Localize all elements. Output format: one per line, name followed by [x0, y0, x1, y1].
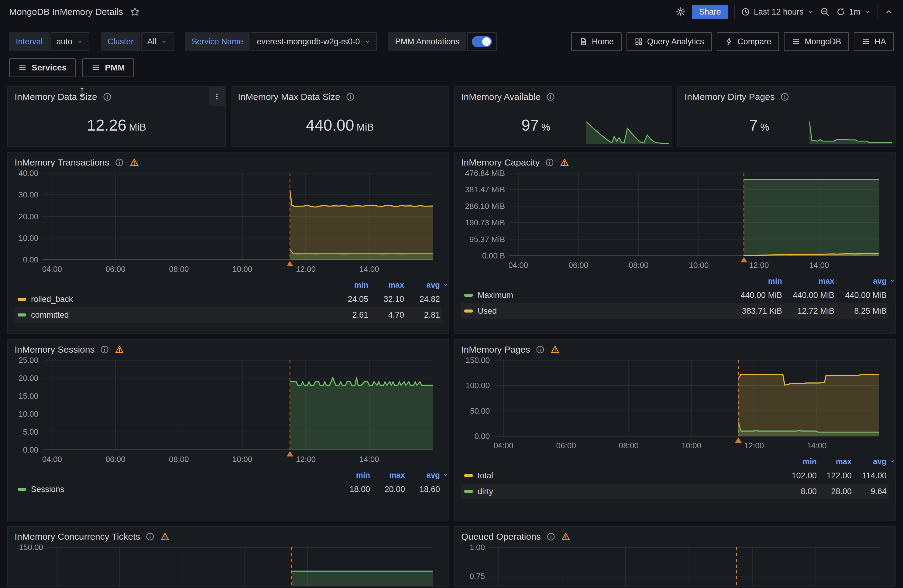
refresh-interval-label: 1m	[849, 7, 861, 17]
y-axis-tick: 20.00	[19, 374, 38, 383]
warning-icon[interactable]	[129, 158, 139, 167]
legend-sort-avg[interactable]: avg	[852, 457, 887, 466]
panel-menu-kebab[interactable]	[209, 87, 225, 106]
legend-sort-min[interactable]: min	[332, 280, 368, 290]
compare-link-button[interactable]: Compare	[717, 32, 779, 51]
series-name[interactable]: Sessions	[31, 485, 335, 494]
divider	[735, 5, 735, 19]
info-icon[interactable]	[780, 92, 789, 101]
legend-row-total[interactable]: total102.00122.00114.00	[461, 468, 889, 484]
series-name[interactable]: dirty	[478, 487, 782, 496]
interval-label: Interval	[9, 32, 50, 51]
legend-sort-max[interactable]: max	[782, 277, 834, 286]
panel-inmemory-max-data-size: InMemory Max Data Size 440.00MiB	[231, 86, 449, 147]
series-name[interactable]: rolled_back	[31, 295, 332, 304]
service-name-select[interactable]: everest-mongodb-w2g-rs0-0	[251, 32, 377, 51]
series-name[interactable]: committed	[31, 310, 332, 320]
panel-title: InMemory Sessions	[14, 344, 94, 355]
y-axis-tick: 5.00	[23, 427, 38, 437]
legend-row-Used[interactable]: Used383.71 KiB12.72 MiB8.25 MiB	[461, 303, 889, 319]
warning-icon[interactable]	[115, 345, 124, 354]
cluster-select[interactable]: All	[141, 32, 173, 51]
legend-row-Sessions[interactable]: Sessions18.0020.0018.60	[14, 481, 442, 497]
info-icon[interactable]	[546, 532, 555, 541]
warning-icon[interactable]	[160, 532, 170, 542]
legend-sort-min[interactable]: min	[730, 277, 782, 286]
legend-sort-max[interactable]: max	[817, 457, 852, 466]
legend-sort-avg[interactable]: avg	[834, 277, 887, 286]
legend-row-rolled_back[interactable]: rolled_back24.0532.1024.82	[14, 291, 442, 307]
x-axis-tick: 14:00	[359, 455, 379, 464]
menu-icon	[91, 63, 100, 72]
pmm-annotations-toggle[interactable]	[467, 32, 497, 51]
bolt-icon	[725, 37, 733, 46]
service-name-label: Service Name	[185, 32, 250, 51]
grid-icon	[634, 37, 643, 46]
text-cursor	[77, 86, 88, 98]
legend-sort-min[interactable]: min	[782, 457, 817, 466]
info-icon[interactable]	[100, 345, 109, 354]
time-range-picker[interactable]: Last 12 hours	[741, 7, 814, 17]
panel-title: InMemory Transactions	[14, 157, 109, 168]
x-axis-tick: 14:00	[359, 264, 379, 274]
star-icon[interactable]	[130, 7, 140, 17]
y-axis-tick: 476.84 MiB	[465, 168, 505, 178]
services-menu-button[interactable]: Services	[9, 58, 76, 77]
kebab-icon	[213, 93, 221, 101]
mongodb-link-button[interactable]: MongoDB	[784, 32, 849, 51]
legend-sort-min[interactable]: min	[335, 470, 370, 480]
series-color-swatch	[17, 488, 26, 491]
legend-stat: 4.70	[368, 310, 404, 320]
info-icon[interactable]	[546, 92, 555, 101]
info-icon[interactable]	[115, 158, 124, 167]
service-name-variable: Service Name everest-mongodb-w2g-rs0-0	[185, 32, 377, 51]
info-icon[interactable]	[536, 345, 545, 354]
legend-sort-avg[interactable]: avg	[404, 280, 440, 290]
time-range-label: Last 12 hours	[754, 7, 804, 17]
legend-row-Maximum[interactable]: Maximum440.00 MiB440.00 MiB440.00 MiB	[461, 287, 889, 303]
top-bar: MongoDB InMemory Details Share Last 12 h…	[0, 0, 903, 24]
panel-title: InMemory Pages	[461, 344, 530, 355]
collapse-up-icon[interactable]	[884, 7, 894, 17]
info-icon[interactable]	[346, 92, 355, 101]
legend-sort-max[interactable]: max	[368, 280, 404, 290]
zoom-out-icon[interactable]	[820, 7, 830, 17]
refresh-picker[interactable]: 1m	[836, 7, 871, 17]
menu-icon	[862, 37, 870, 46]
warning-icon[interactable]	[561, 532, 571, 542]
interval-variable: Interval auto	[9, 32, 89, 51]
info-icon[interactable]	[545, 158, 554, 167]
panel-inmemory-sessions: InMemory Sessions 25.0020.0015.0010.005.…	[7, 339, 449, 521]
x-axis-tick: 12:00	[749, 261, 769, 270]
legend-sort-max[interactable]: max	[370, 470, 405, 480]
legend-stat: 383.71 KiB	[730, 307, 782, 316]
warning-icon[interactable]	[560, 158, 569, 167]
chevron-down-icon	[442, 472, 449, 478]
cluster-label: Cluster	[101, 32, 140, 51]
chevron-down-icon	[161, 38, 167, 45]
chevron-down-icon	[364, 38, 371, 45]
query-analytics-link-button[interactable]: Query Analytics	[626, 32, 712, 51]
y-axis-tick: 30.00	[19, 190, 38, 200]
share-button[interactable]: Share	[692, 5, 728, 19]
legend-row-committed[interactable]: committed2.614.702.81	[14, 307, 442, 323]
series-color-swatch	[17, 298, 26, 301]
y-axis-tick: 15.00	[19, 391, 38, 401]
info-icon[interactable]	[146, 532, 155, 541]
home-link-button[interactable]: Home	[571, 32, 621, 51]
series-color-swatch	[464, 490, 473, 493]
interval-select[interactable]: auto	[50, 32, 90, 51]
series-name[interactable]: Used	[478, 307, 730, 316]
legend-sort-avg[interactable]: avg	[405, 470, 440, 480]
gear-icon[interactable]	[675, 7, 686, 17]
x-axis-tick: 08:00	[619, 441, 639, 450]
legend-row-dirty[interactable]: dirty8.0028.009.64	[461, 484, 889, 499]
pmm-menu-button[interactable]: PMM	[82, 58, 134, 77]
legend-stat: 440.00 MiB	[834, 291, 887, 300]
warning-icon[interactable]	[550, 345, 560, 354]
series-color-swatch	[464, 294, 473, 297]
info-icon[interactable]	[103, 92, 112, 101]
ha-link-button[interactable]: HA	[854, 32, 894, 51]
series-name[interactable]: total	[478, 471, 782, 481]
series-name[interactable]: Maximum	[478, 291, 730, 300]
